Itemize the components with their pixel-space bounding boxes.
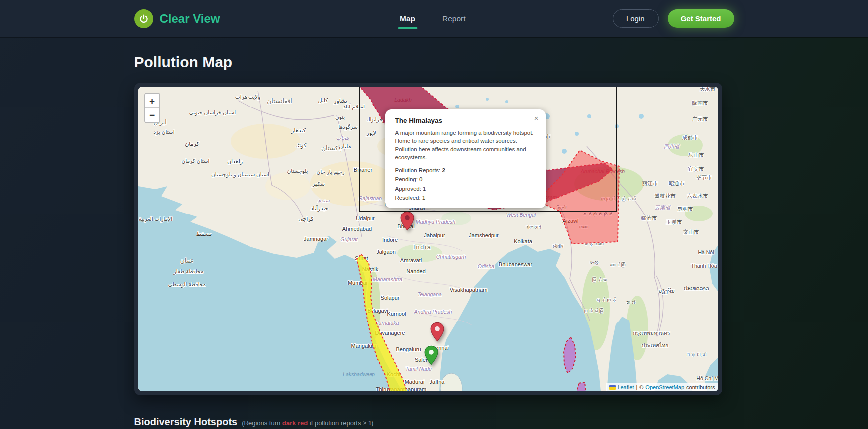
zoom-in-button[interactable]: + bbox=[145, 94, 159, 108]
resolved-line: Resolved: 1 bbox=[395, 193, 537, 202]
pending-line: Pending: 0 bbox=[395, 175, 537, 184]
note-suffix: if pollution reports ≥ 1) bbox=[308, 419, 373, 427]
region-northeast[interactable] bbox=[537, 150, 619, 244]
attribution-suffix: contributors bbox=[686, 384, 715, 390]
page-title: Pollution Map bbox=[134, 54, 734, 71]
region-andaman-north[interactable] bbox=[564, 337, 576, 373]
zoom-control: + − bbox=[144, 93, 160, 123]
zoom-out-button[interactable]: − bbox=[145, 108, 159, 122]
nav-tabs: Map Report bbox=[399, 0, 467, 37]
tab-report[interactable]: Report bbox=[441, 1, 467, 36]
map-marker[interactable] bbox=[400, 211, 414, 231]
attribution-separator: | bbox=[636, 384, 637, 390]
map-attribution: Leaflet | © OpenStreetMap contributors bbox=[606, 383, 718, 391]
navbar: Clear View Map Report Login Get Started bbox=[0, 0, 868, 37]
hotspots-note: (Regions turn dark red if pollution repo… bbox=[242, 419, 373, 427]
brand-name: Clear View bbox=[160, 12, 220, 26]
copyright-symbol: © bbox=[639, 384, 643, 390]
reports-value: 2 bbox=[442, 167, 445, 173]
map-canvas[interactable]: افغانستانایرانولایت هراتاستان خراسان جنو… bbox=[138, 87, 718, 391]
brand[interactable]: Clear View bbox=[134, 9, 220, 28]
approved-line: Approved: 1 bbox=[395, 184, 537, 193]
leaflet-link[interactable]: Leaflet bbox=[618, 384, 634, 390]
popup-body: A major mountain range forming a biodive… bbox=[395, 129, 537, 161]
popup-stats: Pollution Reports: 2 Pending: 0 Approved… bbox=[395, 166, 537, 202]
login-button[interactable]: Login bbox=[613, 9, 659, 28]
ukraine-flag-icon bbox=[609, 385, 616, 390]
popup-close-icon[interactable]: × bbox=[533, 113, 540, 123]
region-western-ghats[interactable] bbox=[357, 254, 407, 391]
hotspots-section-title: Biodiversity Hotspots bbox=[134, 416, 238, 428]
popup-title: The Himalayas bbox=[395, 117, 537, 124]
get-started-button[interactable]: Get Started bbox=[668, 9, 734, 28]
himalayas-popup: × The Himalayas A major mountain range f… bbox=[385, 109, 546, 208]
map-card: افغانستانایرانولایت هراتاستان خراسان جنو… bbox=[134, 83, 722, 395]
map-marker[interactable] bbox=[424, 345, 438, 365]
map-marker[interactable] bbox=[430, 322, 444, 342]
tab-map[interactable]: Map bbox=[399, 1, 416, 36]
osm-link[interactable]: OpenStreetMap bbox=[645, 384, 684, 390]
note-highlight: dark red bbox=[282, 419, 308, 427]
reports-label: Pollution Reports: bbox=[395, 167, 442, 173]
region-andaman-south[interactable] bbox=[577, 382, 586, 391]
note-prefix: (Regions turn bbox=[242, 419, 282, 427]
power-leaf-logo-icon bbox=[134, 9, 153, 28]
